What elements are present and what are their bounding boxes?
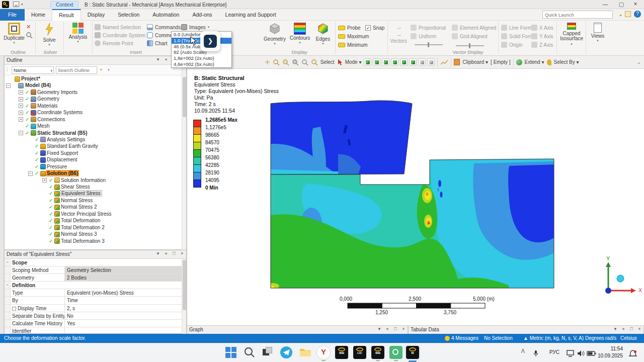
tree-item-connections[interactable]: +✓Connections xyxy=(5,116,182,123)
close-icon[interactable]: × xyxy=(179,251,185,256)
search-outline-input[interactable] xyxy=(56,66,97,74)
ansys-workbench-icon[interactable]: WB xyxy=(335,346,348,359)
zoom-out-icon[interactable] xyxy=(282,59,289,66)
clock[interactable]: 11:5410.09.2025 xyxy=(598,345,623,359)
pan-icon[interactable]: ✛ xyxy=(265,59,270,66)
property-value[interactable]: Yes xyxy=(65,320,182,327)
geometry-button[interactable]: Geometry▾ xyxy=(263,23,287,46)
x-axis-button[interactable]: X Axis xyxy=(531,24,553,32)
assistant-popup[interactable]: ❯ xyxy=(200,31,220,51)
named-selection-button[interactable]: Named Selection xyxy=(95,23,145,31)
clipboard-dropdown[interactable]: Clipboard ▾ xyxy=(462,59,488,65)
tab-add-ons[interactable]: Add-ons xyxy=(186,9,218,21)
property-value[interactable]: No xyxy=(65,312,182,319)
collapse-icon[interactable]: − xyxy=(19,131,23,135)
ansys-workbench2-icon[interactable]: WB xyxy=(371,346,384,359)
mode-dropdown[interactable]: Mode ▾ xyxy=(345,59,362,65)
tree-item-vector-principal-stress[interactable]: ✓Vector Principal Stress xyxy=(5,211,182,217)
tab-result[interactable]: Result xyxy=(52,9,81,21)
details-row-geometry[interactable]: Geometry2 Bodies xyxy=(5,274,182,282)
tree-item-fixed-support[interactable]: ✓Fixed Support xyxy=(5,150,182,156)
clipboard-icon[interactable] xyxy=(454,59,460,65)
pin-icon[interactable]: ⌖ xyxy=(620,326,626,332)
outline-panel-header[interactable]: Outline▾⌖□× xyxy=(5,56,186,65)
details-scrollbar[interactable] xyxy=(182,259,186,334)
save-icon[interactable] xyxy=(13,2,19,7)
z-axis-button[interactable]: Z Axis xyxy=(531,41,553,49)
tree-item-coordinate-systems[interactable]: +✓Coordinate Systems xyxy=(5,109,182,116)
viewport[interactable]: B: Static StructuralEquivalent StressTyp… xyxy=(187,69,644,325)
maximize-icon[interactable]: □ xyxy=(171,251,177,256)
context-tab[interactable]: Context xyxy=(50,1,78,8)
tree-item-pressure[interactable]: ✓Pressure xyxy=(5,163,182,170)
tree-item-shear-stress[interactable]: ✓Shear Stress xyxy=(5,184,182,190)
temperature-unit[interactable]: Celsius xyxy=(620,334,637,343)
deform-option-1-8e-002-2x-auto[interactable]: 1,8e+002 (2x Auto) xyxy=(172,55,231,61)
checkbox-icon[interactable] xyxy=(12,307,16,311)
tree-item-mesh[interactable]: ✓Mesh xyxy=(5,123,182,129)
select-by-dropdown[interactable]: Select By ▾ xyxy=(554,59,579,65)
collapse-ribbon-icon[interactable]: ▴ xyxy=(619,12,622,17)
maximum-button[interactable]: Maximum xyxy=(338,32,369,40)
feedback-icon[interactable] xyxy=(625,11,631,17)
tree-item-geometry[interactable]: +✓Geometry xyxy=(5,96,182,102)
battery-icon[interactable] xyxy=(587,350,597,356)
extend-dropdown[interactable]: Extend ▾ xyxy=(525,59,544,65)
panel-menu-icon[interactable]: ▾ xyxy=(155,57,161,62)
tab-file[interactable]: File xyxy=(0,9,25,21)
views-button[interactable]: Views▾ xyxy=(588,23,608,43)
deform-option-4-6e-002-5x-auto[interactable]: 4,6e+002 (5x Auto) xyxy=(172,61,231,67)
panel-menu-icon[interactable]: ▾ xyxy=(612,326,618,332)
zoom-fit-icon[interactable] xyxy=(301,59,308,66)
selection-filter-icon-5[interactable] xyxy=(400,58,408,66)
microphone-icon[interactable] xyxy=(532,350,540,357)
tab-display[interactable]: Display xyxy=(81,9,111,21)
details-section-scope[interactable]: −Scope xyxy=(5,259,182,266)
edges-button[interactable]: Edges▾ xyxy=(313,23,333,46)
outline-scrollbar[interactable] xyxy=(182,65,186,250)
tree-item-project[interactable]: Project* xyxy=(5,75,182,82)
tray-chevron-icon[interactable]: ᐱ xyxy=(521,348,525,354)
zoom-previous-icon[interactable] xyxy=(311,59,318,66)
selection-filter-icon-1[interactable] xyxy=(364,58,371,66)
expand-icon[interactable]: + xyxy=(19,104,23,108)
task-view-icon[interactable] xyxy=(261,346,274,359)
minimum-button[interactable]: Minimum xyxy=(338,41,368,49)
angle-unit[interactable]: Degrees xyxy=(585,334,604,343)
language-indicator[interactable]: РУС xyxy=(549,349,559,355)
minimize-button[interactable]: — xyxy=(599,1,612,8)
yandex-browser-icon[interactable]: Y xyxy=(317,346,330,359)
property-value[interactable]: Time xyxy=(65,297,182,304)
telegram-icon[interactable] xyxy=(280,346,293,359)
selection-filter-icon-2[interactable] xyxy=(373,58,380,66)
tree-item-analysis-settings[interactable]: ✓Analysis Settings xyxy=(5,136,182,143)
y-axis-button[interactable]: Y Axis xyxy=(531,32,553,40)
tree-item-displacement[interactable]: ✓Displacement xyxy=(5,156,182,163)
tab-learning-and-support[interactable]: Learning and Support xyxy=(219,9,283,21)
pin-icon[interactable]: ⌖ xyxy=(163,251,169,256)
tree-item-total-deformation[interactable]: ✓Total Deformation xyxy=(5,217,182,224)
remote-point-button[interactable]: Remote Point xyxy=(95,39,145,47)
graph-panel-header[interactable]: Graph▾⌖□× xyxy=(187,326,408,334)
units-indicator[interactable]: ▲ Metric (m, kg, N, s, V, A) xyxy=(523,334,584,343)
panel-menu-icon[interactable]: ▾ xyxy=(155,251,161,256)
box-zoom-icon[interactable] xyxy=(292,59,299,66)
tabular-data-panel-header[interactable]: Tabular Data▾⌖□× xyxy=(409,326,643,334)
solid-form-button[interactable]: Solid Form xyxy=(501,32,533,40)
details-section-definition[interactable]: −Definition xyxy=(5,282,182,289)
maximize-icon[interactable]: □ xyxy=(628,326,634,332)
details-row-scoping-method[interactable]: Scoping MethodGeometry Selection xyxy=(5,266,182,274)
selection-filter-icon-4[interactable] xyxy=(391,58,398,66)
ansys-license-icon[interactable]: LIC xyxy=(353,346,366,359)
property-value[interactable]: Geometry Selection xyxy=(65,266,182,274)
collapse-icon[interactable]: − xyxy=(5,259,11,266)
collapse-icon[interactable]: − xyxy=(6,83,11,88)
selection-filter-icon-3[interactable] xyxy=(382,58,389,66)
file-explorer-icon[interactable] xyxy=(299,346,312,359)
probe-button[interactable]: Probe xyxy=(338,24,361,32)
snap-checkbox[interactable]: ✓ Snap xyxy=(365,24,384,32)
tree-item-geometry-imports[interactable]: +✓Geometry Imports xyxy=(5,89,182,96)
tree-item-materials[interactable]: +✓Materials xyxy=(5,103,182,109)
details-row-separate-data-by-entity[interactable]: Separate Data by EntityNo xyxy=(5,312,182,320)
commands-button[interactable]: Commands xyxy=(147,23,181,31)
